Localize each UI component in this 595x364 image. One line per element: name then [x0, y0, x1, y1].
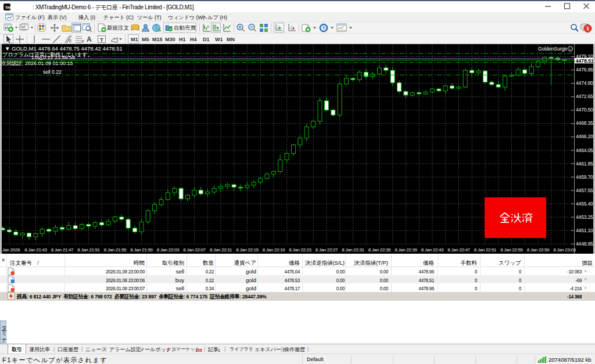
svg-text:8 Jan 22:47: 8 Jan 22:47: [447, 247, 470, 253]
svg-text:4478.51: 4478.51: [576, 58, 594, 64]
svg-text:4470.50: 4470.50: [576, 107, 593, 113]
svg-text:E: E: [69, 39, 72, 43]
svg-text:8 Jan 21:43: 8 Jan 21:43: [24, 247, 47, 253]
svg-text:4472.65: 4472.65: [576, 93, 593, 99]
svg-text:T: T: [100, 37, 103, 43]
svg-text:8 Jan 22:31: 8 Jan 22:31: [342, 247, 364, 253]
svg-text:8 Jan 22:55: 8 Jan 22:55: [500, 247, 523, 253]
svg-text:4464.05: 4464.05: [576, 147, 593, 153]
svg-text:8 Jan 22:07: 8 Jan 22:07: [183, 247, 206, 253]
svg-text:8 Jan 22:03: 8 Jan 22:03: [157, 247, 180, 253]
svg-text:▼ GOLD,M1 4478.64 4478.75 447: ▼ GOLD,M1 4478.64 4478.75 4478.42 4478.5…: [5, 45, 123, 52]
svg-text:次回認証: 2026.01.09 01:00:15: 次回認証: 2026.01.09 01:00:15: [1, 60, 73, 66]
svg-text:1: 1: [586, 26, 589, 31]
svg-text:sell 0.22: sell 0.22: [43, 69, 62, 75]
svg-text:8 Jan 22:27: 8 Jan 22:27: [316, 247, 338, 253]
svg-text:4461.85: 4461.85: [576, 161, 593, 167]
svg-text:8 Jan 22:43: 8 Jan 22:43: [421, 247, 444, 253]
svg-text:8 Jan 2026: 8 Jan 2026: [0, 247, 20, 253]
svg-text:4455.40: 4455.40: [576, 201, 593, 207]
svg-text:F: F: [82, 39, 84, 44]
svg-text:8 Jan 22:35: 8 Jan 22:35: [368, 247, 391, 253]
svg-text:4468.35: 4468.35: [576, 120, 593, 126]
svg-text:8 Jan 23:03: 8 Jan 23:03: [553, 247, 576, 253]
svg-text:8 Jan 22:11: 8 Jan 22:11: [210, 247, 232, 253]
svg-text:4457.55: 4457.55: [576, 188, 593, 193]
svg-text:XM: XM: [6, 6, 10, 9]
svg-text:4451.10: 4451.10: [576, 228, 593, 233]
svg-text:4459.70: 4459.70: [576, 174, 593, 180]
svg-text:8 Jan 22:23: 8 Jan 22:23: [289, 247, 311, 253]
svg-text:8 Jan 21:59: 8 Jan 21:59: [130, 247, 153, 253]
svg-text:4448.95: 4448.95: [576, 241, 593, 247]
svg-text:L0込0.22 23:59:59: L0込0.22 23:59:59: [32, 55, 75, 60]
svg-text:4474.80: 4474.80: [576, 80, 593, 86]
svg-text:8 Jan 22:39: 8 Jan 22:39: [395, 247, 417, 253]
svg-text:4466.20: 4466.20: [576, 134, 593, 139]
svg-text:8 Jan 22:19: 8 Jan 22:19: [263, 247, 285, 253]
svg-text:8 Jan 22:51: 8 Jan 22:51: [474, 247, 497, 253]
svg-text:GoldenSurge: GoldenSurge: [538, 46, 567, 52]
svg-text:8 Jan 21:51: 8 Jan 21:51: [77, 247, 100, 253]
svg-text:8 Jan 21:47: 8 Jan 21:47: [51, 247, 74, 253]
svg-text:8 Jan 22:15: 8 Jan 22:15: [236, 247, 259, 253]
svg-text:4453.25: 4453.25: [576, 214, 593, 220]
svg-text:8 Jan 21:55: 8 Jan 21:55: [104, 247, 127, 253]
svg-text:8 Jan 22:59: 8 Jan 22:59: [527, 247, 550, 253]
svg-text:4476.95: 4476.95: [576, 67, 593, 73]
